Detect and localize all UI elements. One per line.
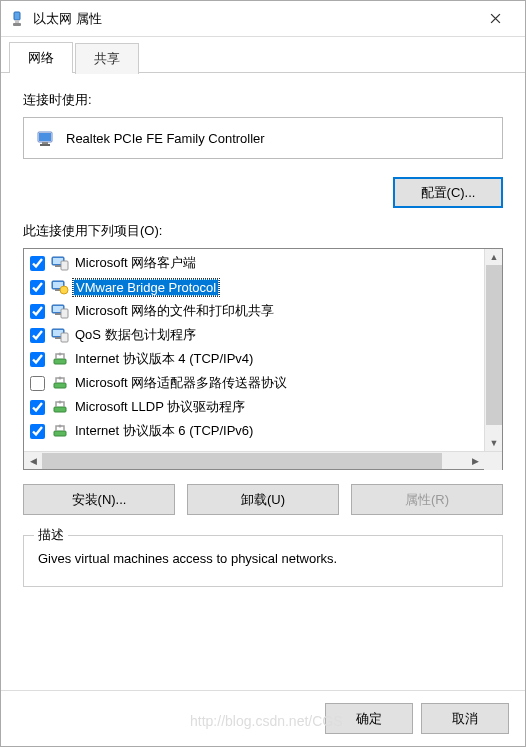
item-checkbox[interactable] [30, 328, 45, 343]
adapter-name: Realtek PCIe FE Family Controller [66, 131, 265, 146]
item-checkbox[interactable] [30, 376, 45, 391]
item-label: Microsoft 网络客户端 [73, 254, 198, 272]
svg-rect-21 [55, 337, 61, 339]
description-text: Gives virtual machines access to physica… [38, 550, 488, 568]
vscroll-thumb[interactable] [486, 265, 502, 425]
vertical-scrollbar[interactable]: ▲ ▼ [484, 249, 502, 451]
item-checkbox[interactable] [30, 256, 45, 271]
nic-icon [36, 128, 56, 148]
item-label: Internet 协议版本 4 (TCP/IPv4) [73, 350, 255, 368]
svg-rect-2 [13, 23, 21, 26]
svg-rect-10 [61, 261, 68, 270]
item-label: Microsoft 网络的文件和打印机共享 [73, 302, 276, 320]
horizontal-scrollbar[interactable]: ◀ ▶ [24, 451, 502, 469]
svg-rect-4 [39, 133, 51, 141]
svg-rect-9 [55, 265, 61, 267]
svg-point-24 [59, 353, 62, 356]
list-item[interactable]: Microsoft LLDP 协议驱动程序 [24, 395, 484, 419]
scroll-up-arrow[interactable]: ▲ [485, 249, 502, 265]
item-label: Internet 协议版本 6 (TCP/IPv6) [73, 422, 255, 440]
svg-rect-1 [15, 20, 19, 23]
install-button[interactable]: 安装(N)... [23, 484, 175, 515]
item-checkbox[interactable] [30, 280, 45, 295]
list-item[interactable]: Internet 协议版本 6 (TCP/IPv6) [24, 419, 484, 443]
list-item[interactable]: Microsoft 网络的文件和打印机共享 [24, 299, 484, 323]
dialog-button-row: 确定 取消 [1, 690, 525, 746]
list-item[interactable]: Microsoft 网络适配器多路传送器协议 [24, 371, 484, 395]
svg-rect-23 [54, 359, 66, 364]
adapter-display[interactable]: Realtek PCIe FE Family Controller [23, 117, 503, 159]
item-label: VMware Bridge Protocol [73, 279, 219, 296]
svg-rect-0 [14, 12, 20, 20]
titlebar: 以太网 属性 [1, 1, 525, 37]
item-checkbox[interactable] [30, 424, 45, 439]
cancel-button[interactable]: 取消 [421, 703, 509, 734]
list-item[interactable]: Internet 协议版本 4 (TCP/IPv4) [24, 347, 484, 371]
svg-rect-17 [55, 313, 61, 315]
item-checkbox[interactable] [30, 352, 45, 367]
hscroll-thumb[interactable] [42, 453, 442, 469]
tab-strip: 网络 共享 [1, 37, 525, 73]
protocol-icon [51, 399, 69, 415]
protocol-icon [51, 351, 69, 367]
protocol-icon [51, 327, 69, 343]
item-label: QoS 数据包计划程序 [73, 326, 198, 344]
protocol-icon [51, 375, 69, 391]
description-legend: 描述 [34, 526, 68, 544]
close-button[interactable] [473, 4, 517, 34]
items-label: 此连接使用下列项目(O): [23, 222, 503, 240]
tab-sharing[interactable]: 共享 [75, 43, 139, 74]
svg-rect-27 [54, 407, 66, 412]
svg-rect-25 [54, 383, 66, 388]
svg-rect-18 [61, 309, 68, 318]
description-group: 描述 Gives virtual machines access to phys… [23, 535, 503, 587]
svg-point-14 [60, 286, 68, 294]
protocol-listbox[interactable]: Microsoft 网络客户端VMware Bridge ProtocolMic… [23, 248, 503, 470]
list-item[interactable]: QoS 数据包计划程序 [24, 323, 484, 347]
protocol-icon [51, 279, 69, 295]
item-label: Microsoft LLDP 协议驱动程序 [73, 398, 247, 416]
protocol-icon [51, 255, 69, 271]
svg-rect-6 [40, 144, 50, 146]
tab-network[interactable]: 网络 [9, 42, 73, 73]
protocol-icon [51, 423, 69, 439]
scroll-right-arrow[interactable]: ▶ [466, 452, 484, 470]
svg-point-28 [59, 401, 62, 404]
svg-point-26 [59, 377, 62, 380]
scroll-gripper [484, 452, 502, 470]
properties-button[interactable]: 属性(R) [351, 484, 503, 515]
ok-button[interactable]: 确定 [325, 703, 413, 734]
item-checkbox[interactable] [30, 400, 45, 415]
scroll-left-arrow[interactable]: ◀ [24, 452, 42, 470]
item-label: Microsoft 网络适配器多路传送器协议 [73, 374, 289, 392]
svg-rect-22 [61, 333, 68, 342]
list-item[interactable]: VMware Bridge Protocol [24, 275, 484, 299]
svg-rect-29 [54, 431, 66, 436]
svg-point-30 [59, 425, 62, 428]
uninstall-button[interactable]: 卸载(U) [187, 484, 339, 515]
connect-using-label: 连接时使用: [23, 91, 503, 109]
protocol-icon [51, 303, 69, 319]
item-checkbox[interactable] [30, 304, 45, 319]
scroll-down-arrow[interactable]: ▼ [485, 435, 502, 451]
svg-rect-5 [42, 142, 48, 144]
window-title: 以太网 属性 [33, 10, 473, 28]
network-adapter-icon [9, 11, 25, 27]
content-area: 连接时使用: Realtek PCIe FE Family Controller… [1, 73, 525, 690]
list-item[interactable]: Microsoft 网络客户端 [24, 251, 484, 275]
configure-button[interactable]: 配置(C)... [393, 177, 503, 208]
